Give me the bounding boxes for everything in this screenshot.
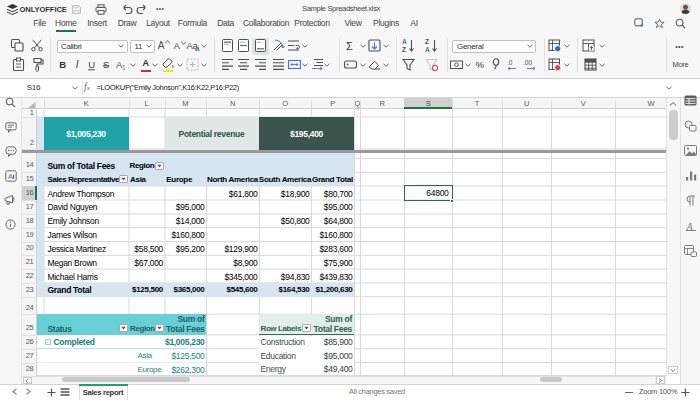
- svg-text:.0: .0: [507, 59, 513, 66]
- svg-text:.00: .00: [523, 59, 532, 66]
- svg-text:Z: Z: [402, 46, 406, 53]
- svg-text:Z: Z: [425, 38, 429, 45]
- svg-text:A: A: [425, 46, 430, 53]
- svg-text:A: A: [402, 38, 407, 45]
- svg-text:A: A: [685, 220, 693, 231]
